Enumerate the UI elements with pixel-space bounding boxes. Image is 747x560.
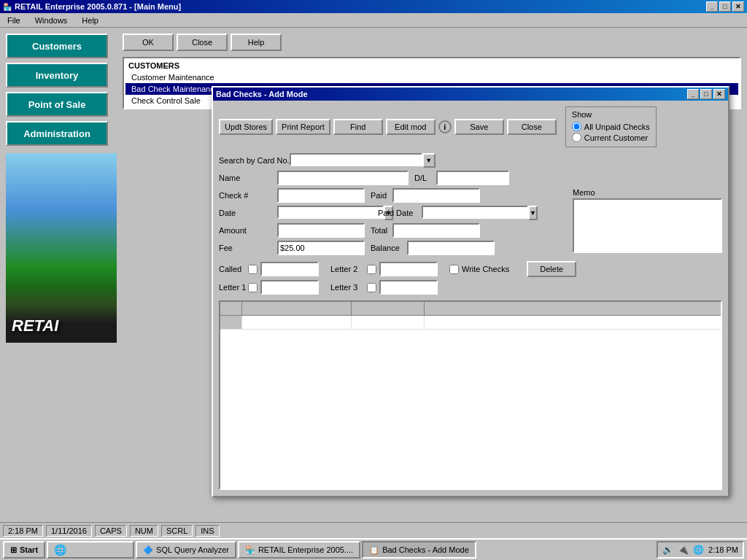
main-toolbar: OK Close Help bbox=[123, 34, 741, 51]
paid-label: Paid bbox=[371, 191, 392, 200]
title-bar: 🏪 RETAIL Enterprise 2005.0.871 - [Main M… bbox=[0, 0, 747, 13]
letter2-input[interactable] bbox=[379, 262, 438, 276]
info-circle-button[interactable]: i bbox=[438, 120, 452, 133]
close-button[interactable]: ✕ bbox=[732, 1, 744, 12]
write-checks-label: Write Checks bbox=[462, 265, 509, 273]
help-button[interactable]: Help bbox=[231, 34, 282, 51]
status-num: NUM bbox=[130, 525, 158, 537]
check-label: Check # bbox=[219, 191, 277, 200]
close-modal-button[interactable]: Close bbox=[507, 119, 557, 135]
name-input[interactable] bbox=[277, 171, 409, 185]
grid-col-3 bbox=[352, 302, 425, 315]
sidebar-item-inventory[interactable]: Inventory bbox=[6, 63, 108, 88]
grid-cell-2 bbox=[242, 316, 352, 329]
sidebar-item-customers[interactable]: Customers bbox=[6, 34, 108, 58]
menu-list-header: CUSTOMERS bbox=[125, 60, 738, 71]
date-row: Date ▼ Paid Date ▼ bbox=[219, 206, 567, 220]
paid-date-input[interactable] bbox=[422, 206, 528, 219]
menu-windows[interactable]: Windows bbox=[31, 15, 72, 26]
letter3-label: Letter 3 bbox=[330, 283, 367, 292]
letter1-checkbox[interactable] bbox=[248, 283, 258, 292]
taskbar-ie[interactable]: 🌐 bbox=[47, 541, 134, 559]
ie-icon: 🌐 bbox=[54, 544, 66, 556]
modal-maximize-button[interactable]: □ bbox=[700, 89, 712, 99]
fee-input[interactable] bbox=[277, 241, 365, 255]
fee-row: Fee Balance bbox=[219, 241, 567, 255]
paid-date-dropdown[interactable]: ▼ bbox=[528, 206, 538, 220]
write-checks-row: Write Checks bbox=[449, 265, 509, 274]
minimize-button[interactable]: _ bbox=[706, 1, 718, 12]
amount-input[interactable] bbox=[277, 223, 365, 238]
print-report-button[interactable]: Print Report bbox=[276, 119, 330, 135]
balance-input[interactable] bbox=[407, 241, 495, 255]
start-label: Start bbox=[20, 545, 38, 554]
called-checkbox[interactable] bbox=[248, 265, 258, 274]
called-row: Called bbox=[219, 262, 319, 276]
sidebar-image: RETAI bbox=[6, 153, 117, 343]
pos-label: Point of Sale bbox=[28, 99, 86, 110]
data-grid[interactable] bbox=[219, 300, 722, 490]
sidebar-item-administration[interactable]: Administration bbox=[6, 121, 108, 146]
amount-label: Amount bbox=[219, 226, 277, 235]
letter1-input[interactable] bbox=[260, 280, 319, 295]
all-unpaid-label: All Unpaid Checks bbox=[584, 122, 650, 131]
sql-icon: 🔷 bbox=[143, 545, 153, 555]
paid-date-label: Paid Date bbox=[378, 209, 422, 217]
taskbar-sql[interactable]: 🔷 SQL Query Analyzer bbox=[136, 541, 236, 559]
search-card-dropdown[interactable]: ▼ bbox=[422, 153, 436, 168]
delete-button[interactable]: Delete bbox=[527, 261, 576, 277]
customers-label: Customers bbox=[32, 41, 82, 52]
current-customer-radio[interactable] bbox=[572, 133, 581, 142]
memo-textarea[interactable] bbox=[573, 198, 722, 253]
letter3-checkbox[interactable] bbox=[367, 283, 376, 292]
current-customer-row: Current Customer bbox=[572, 133, 650, 142]
data-grid-row[interactable] bbox=[220, 316, 721, 330]
all-unpaid-row: All Unpaid Checks bbox=[572, 122, 650, 131]
check-input[interactable] bbox=[277, 188, 365, 203]
updt-stores-button[interactable]: Updt Stores bbox=[219, 119, 273, 135]
write-checks-checkbox[interactable] bbox=[449, 265, 459, 274]
called-input[interactable] bbox=[260, 262, 319, 276]
menu-customer-maintenance[interactable]: Customer Maintenance bbox=[125, 71, 738, 83]
edit-mode-button[interactable]: Edit mod bbox=[386, 119, 436, 135]
inventory-label: Inventory bbox=[36, 70, 79, 81]
ok-button[interactable]: OK bbox=[123, 34, 174, 51]
total-input[interactable] bbox=[392, 223, 480, 238]
taskbar-retail[interactable]: 🏪 RETAIL Enterprise 2005.... bbox=[238, 541, 360, 559]
modal-title-text: Bad Checks - Add Mode bbox=[216, 90, 308, 98]
balance-label: Balance bbox=[371, 244, 407, 252]
taskbar-right: 🔊 🔌 🌐 2:18 PM bbox=[657, 541, 744, 559]
content-area: OK Close Help CUSTOMERS Customer Mainten… bbox=[117, 28, 747, 538]
taskbar: ⊞ Start 🌐 🔷 SQL Query Analyzer 🏪 RETAIL … bbox=[0, 538, 747, 560]
name-row: Name D/L bbox=[219, 171, 722, 185]
all-unpaid-radio[interactable] bbox=[572, 122, 581, 131]
start-button[interactable]: ⊞ Start bbox=[3, 541, 45, 559]
menu-file[interactable]: File bbox=[3, 15, 25, 26]
date-input[interactable] bbox=[277, 206, 384, 219]
letter3-input[interactable] bbox=[379, 280, 438, 295]
show-group: Show All Unpaid Checks Current Customer bbox=[565, 106, 657, 147]
paid-input[interactable] bbox=[392, 188, 480, 203]
fee-label: Fee bbox=[219, 244, 277, 252]
grid-cell-3 bbox=[352, 316, 425, 329]
find-button[interactable]: Find bbox=[333, 119, 383, 135]
retail-icon: 🏪 bbox=[245, 545, 255, 555]
date-label: Date bbox=[219, 209, 277, 217]
search-card-input[interactable] bbox=[290, 153, 422, 166]
search-card-label: Search by Card No. bbox=[219, 156, 290, 165]
letter2-checkbox[interactable] bbox=[367, 265, 376, 274]
dl-input[interactable] bbox=[436, 171, 509, 185]
modal-close-button[interactable]: ✕ bbox=[713, 89, 725, 99]
letter1-row: Letter 1 bbox=[219, 280, 319, 295]
maximize-button[interactable]: □ bbox=[719, 1, 731, 12]
tray-icon-3: 🌐 bbox=[693, 545, 704, 555]
save-button[interactable]: Save bbox=[454, 119, 504, 135]
grid-col-2 bbox=[242, 302, 352, 315]
bad-checks-icon: 📋 bbox=[369, 545, 379, 555]
sidebar-item-point-of-sale[interactable]: Point of Sale bbox=[6, 92, 108, 117]
close-main-button[interactable]: Close bbox=[177, 34, 228, 51]
modal-minimize-button[interactable]: _ bbox=[687, 89, 699, 99]
taskbar-bad-checks[interactable]: 📋 Bad Checks - Add Mode bbox=[362, 541, 476, 559]
menu-help[interactable]: Help bbox=[77, 15, 103, 26]
check-row: Check # Paid bbox=[219, 188, 567, 203]
